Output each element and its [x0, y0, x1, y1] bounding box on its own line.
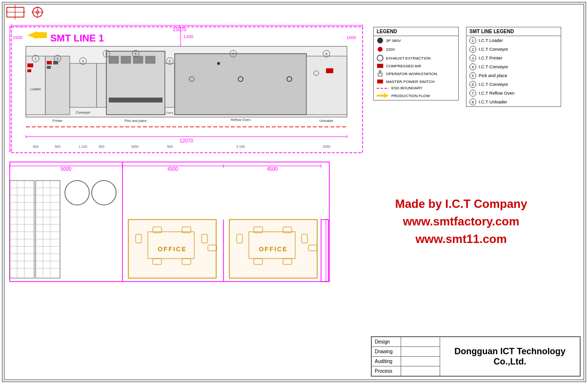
svg-rect-39 — [97, 63, 106, 107]
svg-rect-35 — [47, 66, 51, 69]
svg-rect-43 — [121, 56, 131, 63]
auditing-value — [401, 357, 440, 366]
design-label: Design — [372, 337, 401, 347]
smt-legend-title: SMT LINE LEGEND — [466, 27, 561, 36]
legend-item-compressed-air: COMPRESSED AIR — [374, 62, 458, 69]
svg-text:1500: 1500 — [346, 35, 356, 40]
svg-text:4500: 4500 — [267, 166, 278, 172]
svg-text:Conveyor: Conveyor — [76, 111, 91, 115]
smt-outer-box: SMT LINE 1 15070 1200 1500 1500 4500 Loa… — [9, 24, 365, 154]
svg-point-120 — [92, 181, 116, 205]
svg-text:5 150: 5 150 — [236, 145, 245, 148]
smt-legend-item-8: 8 I.C.T Unloader — [466, 98, 561, 106]
svg-text:4: 4 — [82, 60, 84, 63]
svg-text:3: 3 — [57, 57, 59, 61]
svg-text:500: 500 — [55, 145, 61, 148]
company-name: Dongguan ICT Technology Co.,Ltd. — [440, 337, 580, 376]
svg-text:4500: 4500 — [167, 166, 179, 172]
svg-text:6: 6 — [169, 60, 171, 63]
floor-plan: OFFICE OFFICE 5000 4500 4500 3500 — [9, 161, 331, 283]
svg-rect-55 — [306, 56, 347, 115]
svg-text:7: 7 — [232, 52, 234, 56]
svg-text:5: 5 — [135, 52, 137, 56]
svg-rect-34 — [47, 61, 52, 64]
legend-item-3p: 3P 380V — [374, 36, 458, 45]
svg-text:3500: 3500 — [330, 247, 331, 259]
svg-point-160 — [377, 55, 383, 61]
title-block: Design Dongguan ICT Technology Co.,Ltd. … — [371, 336, 581, 377]
svg-rect-37 — [70, 63, 97, 107]
svg-rect-143 — [321, 220, 328, 282]
smt-legend-item-1: 1 I.C.T Loader — [466, 36, 561, 45]
svg-point-119 — [65, 181, 89, 205]
svg-text:2050: 2050 — [323, 145, 330, 148]
svg-text:Conv.: Conv. — [166, 111, 174, 114]
legend-item-master-power: MASTER POWER SWITCH — [374, 78, 458, 85]
svg-text:Reflow Oven: Reflow Oven — [231, 118, 250, 121]
svg-text:8: 8 — [325, 52, 327, 56]
svg-rect-161 — [377, 64, 383, 68]
svg-marker-167 — [377, 93, 389, 98]
svg-rect-45 — [145, 56, 155, 63]
legend-box: LEGEND 3P 380V 220V EXHAUST EXTRACTION C… — [373, 27, 459, 101]
svg-rect-42 — [109, 56, 119, 63]
drawing-value — [401, 347, 440, 357]
svg-rect-165 — [377, 80, 383, 83]
smt-legend-item-4: 4 I.C.T Conveyor — [466, 62, 561, 71]
svg-rect-162 — [378, 73, 382, 76]
design-value — [401, 337, 440, 347]
svg-text:Printer: Printer — [53, 119, 63, 122]
process-value — [401, 366, 440, 376]
svg-rect-30 — [27, 63, 33, 67]
svg-rect-58 — [326, 68, 333, 73]
svg-marker-9 — [27, 31, 37, 39]
svg-text:Unloader: Unloader — [320, 119, 334, 122]
legend-item-workstation: OPERATOR WORKSTATION — [374, 69, 458, 78]
smt-legend-item-2: 2 I.C.T Conveyor — [466, 45, 561, 54]
svg-text:500: 500 — [33, 145, 39, 148]
svg-point-159 — [378, 47, 383, 52]
svg-text:OFFICE: OFFICE — [259, 245, 288, 253]
svg-rect-32 — [45, 56, 70, 115]
legend-item-production-flow: PRODUCTION FLOW — [374, 91, 458, 100]
svg-text:SMT LINE 1: SMT LINE 1 — [50, 33, 104, 43]
svg-text:2: 2 — [105, 52, 107, 56]
smt-legend-item-5: 5 Pick and place — [466, 71, 561, 80]
svg-text:500: 500 — [167, 145, 173, 148]
company-info: Made by I.C.T Company www.smtfactory.com… — [356, 195, 566, 248]
svg-text:5000: 5000 — [61, 166, 72, 172]
top-left-symbols — [6, 5, 50, 20]
smt-legend-box: SMT LINE LEGEND 1 I.C.T Loader 2 I.C.T C… — [466, 27, 561, 107]
svg-text:Loader: Loader — [30, 87, 41, 91]
company-line1: Made by I.C.T Company — [356, 195, 566, 213]
svg-text:1 220: 1 220 — [79, 145, 87, 148]
svg-text:15070: 15070 — [173, 27, 186, 32]
smt-legend-item-6: 6 I.C.T Conveyor — [466, 80, 561, 89]
company-line2: www.smtfactory.com — [356, 213, 566, 230]
svg-point-54 — [217, 62, 220, 65]
svg-rect-49 — [175, 54, 306, 115]
drawing-label: Drawing — [372, 347, 401, 357]
svg-text:OFFICE: OFFICE — [158, 245, 187, 253]
process-label: Process — [372, 366, 401, 376]
svg-rect-47 — [165, 63, 175, 107]
svg-point-158 — [377, 38, 383, 43]
svg-text:12070: 12070 — [180, 138, 193, 143]
auditing-label: Auditing — [372, 357, 401, 366]
legend-title: LEGEND — [374, 27, 458, 36]
svg-text:1: 1 — [35, 57, 37, 61]
svg-rect-46 — [109, 98, 162, 102]
svg-text:1500: 1500 — [13, 35, 22, 40]
svg-text:1200: 1200 — [183, 34, 193, 39]
svg-rect-10 — [37, 32, 47, 38]
legend-item-esd: ESD BOUNDARY — [374, 85, 458, 91]
smt-legend-item-3: 3 I.C.T Printer — [466, 54, 561, 62]
svg-text:500: 500 — [99, 145, 104, 148]
svg-rect-44 — [133, 56, 143, 63]
company-line3: www.smt11.com — [356, 230, 566, 248]
svg-text:Pick and place: Pick and place — [124, 119, 147, 123]
legend-item-exhaust: EXHAUST EXTRACTION — [374, 54, 458, 62]
svg-text:1650: 1650 — [131, 145, 139, 148]
svg-rect-31 — [27, 69, 31, 72]
legend-item-220v: 220V — [374, 45, 458, 54]
